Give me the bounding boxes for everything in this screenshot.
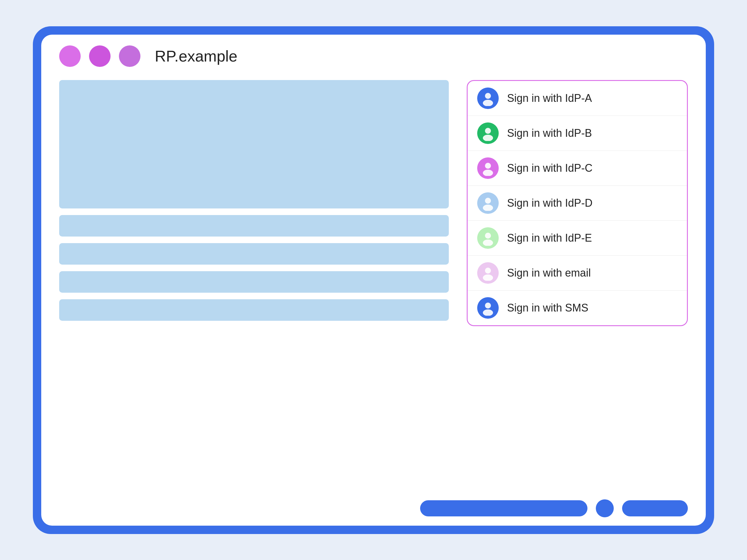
avatar-sms bbox=[477, 297, 499, 319]
signin-label-idp-e: Sign in with IdP-E bbox=[507, 232, 592, 244]
signin-label-idp-b: Sign in with IdP-B bbox=[507, 127, 592, 139]
svg-point-4 bbox=[485, 163, 491, 169]
signin-item-idp-c[interactable]: Sign in with IdP-C bbox=[468, 151, 687, 186]
avatar-idp-c bbox=[477, 157, 499, 179]
dot-3 bbox=[119, 45, 140, 67]
signin-label-sms: Sign in with SMS bbox=[507, 302, 588, 314]
titlebar: RP.example bbox=[41, 35, 706, 74]
svg-point-11 bbox=[483, 274, 493, 281]
avatar-idp-d bbox=[477, 192, 499, 214]
person-icon-email bbox=[480, 265, 496, 281]
person-icon-idp-b bbox=[480, 126, 496, 141]
site-title: RP.example bbox=[155, 47, 237, 65]
svg-point-5 bbox=[483, 170, 493, 176]
browser-frame: RP.example Sign in with IdP-A Sign in bbox=[33, 26, 714, 534]
avatar-email bbox=[477, 262, 499, 284]
svg-point-3 bbox=[483, 135, 493, 141]
person-icon-idp-d bbox=[480, 195, 496, 211]
avatar-idp-b bbox=[477, 123, 499, 144]
svg-point-6 bbox=[485, 198, 491, 204]
svg-point-12 bbox=[485, 302, 491, 309]
signin-item-idp-a[interactable]: Sign in with IdP-A bbox=[468, 81, 687, 116]
left-panel bbox=[59, 80, 449, 481]
signin-item-sms[interactable]: Sign in with SMS bbox=[468, 291, 687, 325]
placeholder-bar-1 bbox=[59, 215, 449, 237]
svg-point-13 bbox=[483, 310, 493, 316]
person-icon-sms bbox=[480, 300, 496, 316]
avatar-idp-e bbox=[477, 227, 499, 249]
signin-widget: Sign in with IdP-A Sign in with IdP-B Si… bbox=[467, 80, 688, 326]
dot-2 bbox=[89, 45, 110, 67]
signin-item-idp-e[interactable]: Sign in with IdP-E bbox=[468, 221, 687, 256]
signin-item-idp-b[interactable]: Sign in with IdP-B bbox=[468, 116, 687, 151]
dot-1 bbox=[59, 45, 81, 67]
browser-inner: RP.example Sign in with IdP-A Sign in bbox=[41, 35, 706, 526]
signin-label-idp-d: Sign in with IdP-D bbox=[507, 197, 593, 209]
bottom-bar bbox=[41, 493, 706, 526]
svg-point-8 bbox=[485, 233, 491, 239]
svg-point-1 bbox=[483, 100, 493, 106]
signin-item-idp-d[interactable]: Sign in with IdP-D bbox=[468, 186, 687, 221]
signin-label-idp-c: Sign in with IdP-C bbox=[507, 162, 593, 175]
avatar-idp-a bbox=[477, 87, 499, 109]
signin-label-idp-a: Sign in with IdP-A bbox=[507, 92, 592, 105]
svg-point-9 bbox=[483, 240, 493, 246]
svg-point-0 bbox=[485, 93, 491, 99]
svg-point-7 bbox=[483, 205, 493, 211]
content-area: Sign in with IdP-A Sign in with IdP-B Si… bbox=[41, 74, 706, 493]
bottom-pill-small bbox=[622, 500, 688, 516]
right-panel: Sign in with IdP-A Sign in with IdP-B Si… bbox=[467, 80, 688, 481]
svg-point-2 bbox=[485, 128, 491, 134]
placeholder-bar-4 bbox=[59, 299, 449, 321]
person-icon-idp-a bbox=[480, 90, 496, 106]
placeholder-bar-2 bbox=[59, 243, 449, 265]
signin-label-email: Sign in with email bbox=[507, 267, 591, 279]
signin-item-email[interactable]: Sign in with email bbox=[468, 256, 687, 291]
person-icon-idp-c bbox=[480, 160, 496, 176]
placeholder-large bbox=[59, 80, 449, 209]
bottom-pill bbox=[420, 500, 588, 516]
bottom-circle bbox=[596, 499, 614, 517]
placeholder-bar-3 bbox=[59, 271, 449, 293]
svg-point-10 bbox=[485, 268, 491, 273]
person-icon-idp-e bbox=[480, 230, 496, 246]
